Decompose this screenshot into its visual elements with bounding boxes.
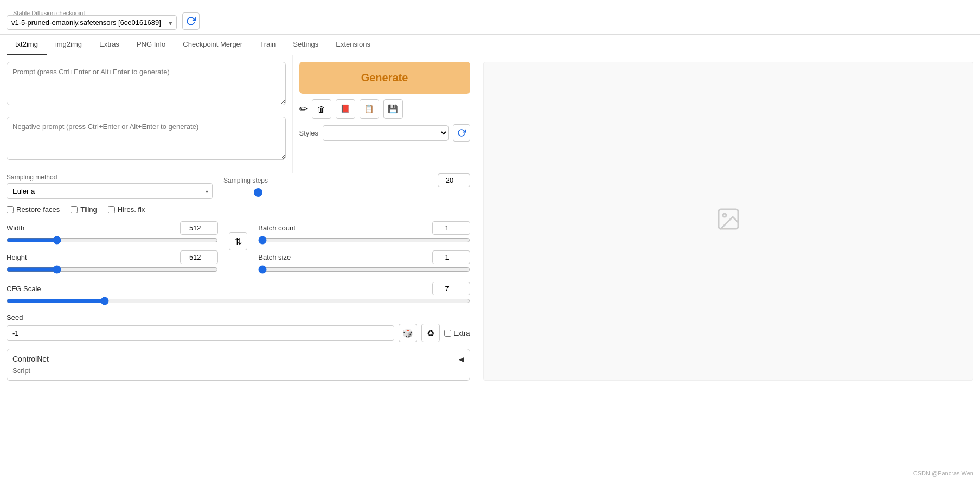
styles-refresh-button[interactable]	[453, 124, 470, 142]
seed-label: Seed	[7, 313, 470, 322]
batch-size-label: Batch size	[258, 253, 291, 261]
checkpoint-refresh-button[interactable]	[182, 12, 200, 30]
batch-count-slider[interactable]	[258, 236, 470, 245]
red-book-button[interactable]: 📕	[336, 99, 355, 119]
seed-random-button[interactable]: 🎲	[399, 324, 417, 342]
styles-select[interactable]	[323, 125, 449, 141]
sampling-steps-label: Sampling steps	[223, 177, 268, 184]
width-slider[interactable]	[7, 236, 218, 245]
controlnet-collapse-icon: ◀	[459, 355, 464, 363]
extra-checkbox-label[interactable]: Extra	[444, 329, 470, 337]
tiling-checkbox-label[interactable]: Tiling	[71, 205, 97, 214]
generate-button[interactable]: Generate	[299, 62, 470, 94]
height-slider[interactable]	[7, 265, 218, 274]
width-input[interactable]	[180, 221, 218, 235]
checkpoint-select[interactable]: v1-5-pruned-emaonly.safetensors [6ce0161…	[7, 15, 177, 30]
batch-size-input[interactable]	[432, 250, 470, 264]
tab-bar: txt2img img2img Extras PNG Info Checkpoi…	[0, 35, 980, 55]
clipboard-button[interactable]: 📋	[360, 99, 379, 119]
refresh-icon	[186, 16, 196, 26]
swap-dimensions-button[interactable]: ⇅	[229, 232, 247, 250]
hires-fix-checkbox[interactable]	[108, 206, 115, 213]
tab-train[interactable]: Train	[251, 35, 284, 55]
hires-fix-checkbox-label[interactable]: Hires. fix	[108, 205, 145, 214]
cfg-scale-slider[interactable]	[7, 297, 470, 305]
tab-extensions[interactable]: Extensions	[327, 35, 379, 55]
tiling-checkbox[interactable]	[71, 206, 78, 213]
sampling-steps-input[interactable]	[438, 173, 470, 187]
sampling-method-label: Sampling method	[7, 173, 213, 181]
cfg-scale-input[interactable]	[432, 282, 470, 295]
styles-label: Styles	[299, 129, 318, 137]
height-input[interactable]	[180, 250, 218, 264]
height-label: Height	[7, 253, 27, 261]
sampling-method-select[interactable]: Euler a	[7, 183, 213, 199]
seed-recycle-button[interactable]: ♻	[421, 324, 440, 342]
tab-settings[interactable]: Settings	[284, 35, 327, 55]
negative-prompt-input[interactable]	[7, 117, 286, 160]
tab-txt2img[interactable]: txt2img	[7, 35, 47, 55]
pencil-button[interactable]: ✏	[299, 103, 308, 115]
styles-refresh-icon	[457, 128, 466, 137]
seed-input[interactable]	[7, 325, 394, 341]
controlnet-section: ControlNet ◀ Script	[7, 349, 470, 381]
save-button[interactable]: 💾	[383, 99, 403, 119]
watermark: CSDN @Pancras Wen	[913, 470, 973, 477]
sampling-steps-slider[interactable]	[223, 191, 470, 194]
tab-checkpoint-merger[interactable]: Checkpoint Merger	[174, 35, 251, 55]
batch-count-label: Batch count	[258, 224, 296, 232]
extra-checkbox[interactable]	[444, 330, 451, 337]
cfg-scale-label: CFG Scale	[7, 285, 41, 293]
width-label: Width	[7, 224, 24, 232]
image-output-panel	[483, 62, 974, 381]
batch-size-slider[interactable]	[258, 265, 470, 274]
trash-button[interactable]: 🗑	[312, 99, 331, 119]
controlnet-header[interactable]: ControlNet ◀	[12, 355, 464, 363]
batch-count-input[interactable]	[432, 221, 470, 235]
controlnet-title: ControlNet	[12, 355, 49, 363]
restore-faces-checkbox-label[interactable]: Restore faces	[7, 205, 60, 214]
tab-extras[interactable]: Extras	[91, 35, 128, 55]
svg-point-1	[723, 214, 726, 217]
controlnet-script-label: Script	[12, 367, 464, 375]
tab-img2img[interactable]: img2img	[47, 35, 91, 55]
prompt-input[interactable]	[7, 62, 286, 105]
restore-faces-checkbox[interactable]	[7, 206, 14, 213]
tab-png-info[interactable]: PNG Info	[128, 35, 174, 55]
image-placeholder-icon	[715, 206, 741, 237]
